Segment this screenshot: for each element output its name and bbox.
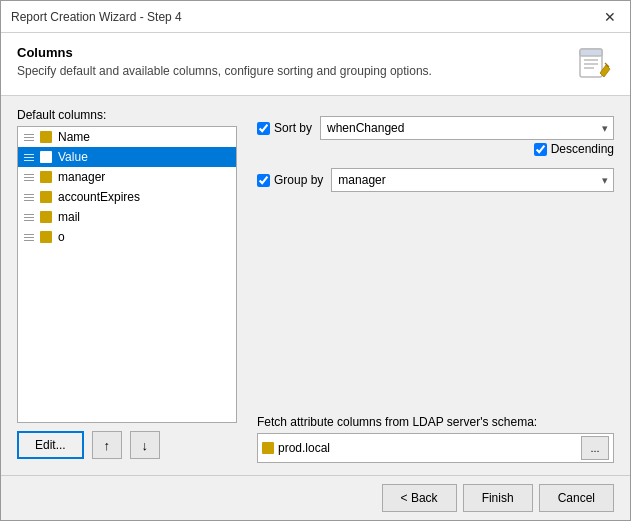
- fetch-input-container: prod.local ...: [257, 433, 614, 463]
- back-button[interactable]: < Back: [382, 484, 457, 512]
- cancel-button[interactable]: Cancel: [539, 484, 614, 512]
- content-area: Default columns: Name: [1, 96, 630, 475]
- move-down-button[interactable]: ↓: [130, 431, 160, 459]
- dialog-window: Report Creation Wizard - Step 4 ✕ Column…: [0, 0, 631, 521]
- list-item[interactable]: o: [18, 227, 236, 247]
- sort-by-dropdown[interactable]: whenChanged Name Value manager accountEx…: [320, 116, 614, 140]
- fetch-input-value: prod.local: [278, 441, 577, 455]
- columns-list-label: Default columns:: [17, 108, 237, 122]
- edit-button[interactable]: Edit...: [17, 431, 84, 459]
- window-title: Report Creation Wizard - Step 4: [11, 10, 182, 24]
- drag-handle: [24, 154, 34, 161]
- list-controls: Edit... ↑ ↓: [17, 431, 237, 463]
- group-by-dropdown[interactable]: manager Name Value accountExpires mail o: [331, 168, 614, 192]
- list-item[interactable]: Name: [18, 127, 236, 147]
- column-icon: [40, 171, 52, 183]
- column-icon: [40, 191, 52, 203]
- columns-list: Name Value: [17, 126, 237, 423]
- fetch-icon: [262, 442, 274, 454]
- right-panel: Sort by whenChanged Name Value manager a…: [257, 108, 614, 463]
- list-item[interactable]: manager: [18, 167, 236, 187]
- header-text: Columns Specify default and available co…: [17, 45, 432, 78]
- column-icon: [40, 151, 52, 163]
- wizard-icon: [576, 47, 612, 83]
- column-name: Value: [58, 150, 230, 164]
- title-bar: Report Creation Wizard - Step 4 ✕: [1, 1, 630, 33]
- descending-row: Descending: [257, 142, 614, 156]
- sort-by-dropdown-wrapper: whenChanged Name Value manager accountEx…: [320, 116, 614, 140]
- column-name: mail: [58, 210, 230, 224]
- move-up-button[interactable]: ↑: [92, 431, 122, 459]
- drag-handle: [24, 174, 34, 181]
- group-by-dropdown-wrapper: manager Name Value accountExpires mail o: [331, 168, 614, 192]
- list-item[interactable]: mail: [18, 207, 236, 227]
- sort-group-area: Sort by whenChanged Name Value manager a…: [257, 108, 614, 192]
- column-name: Name: [58, 130, 230, 144]
- fetch-browse-button[interactable]: ...: [581, 436, 609, 460]
- drag-handle: [24, 134, 34, 141]
- list-item[interactable]: Value: [18, 147, 236, 167]
- svg-rect-1: [580, 49, 602, 56]
- group-by-checkbox[interactable]: [257, 174, 270, 187]
- sort-by-row: Sort by whenChanged Name Value manager a…: [257, 116, 614, 140]
- drag-handle: [24, 214, 34, 221]
- drag-handle: [24, 234, 34, 241]
- column-name: o: [58, 230, 230, 244]
- left-panel: Default columns: Name: [17, 108, 237, 463]
- column-icon: [40, 231, 52, 243]
- fetch-section: Fetch attribute columns from LDAP server…: [257, 415, 614, 463]
- header-section: Columns Specify default and available co…: [1, 33, 630, 96]
- drag-handle: [24, 194, 34, 201]
- column-icon: [40, 131, 52, 143]
- column-icon: [40, 211, 52, 223]
- finish-button[interactable]: Finish: [463, 484, 533, 512]
- descending-checkbox[interactable]: [534, 143, 547, 156]
- sort-by-label[interactable]: Sort by: [257, 121, 312, 135]
- list-item[interactable]: accountExpires: [18, 187, 236, 207]
- fetch-label: Fetch attribute columns from LDAP server…: [257, 415, 614, 429]
- close-button[interactable]: ✕: [600, 8, 620, 26]
- page-title: Columns: [17, 45, 432, 60]
- footer: < Back Finish Cancel: [1, 475, 630, 520]
- group-by-label[interactable]: Group by: [257, 173, 323, 187]
- column-name: accountExpires: [58, 190, 230, 204]
- descending-label[interactable]: Descending: [534, 142, 614, 156]
- header-icon: [574, 45, 614, 85]
- page-description: Specify default and available columns, c…: [17, 64, 432, 78]
- sort-by-checkbox[interactable]: [257, 122, 270, 135]
- columns-section: Default columns: Name: [17, 108, 614, 463]
- column-name: manager: [58, 170, 230, 184]
- group-by-row: Group by manager Name Value accountExpir…: [257, 168, 614, 192]
